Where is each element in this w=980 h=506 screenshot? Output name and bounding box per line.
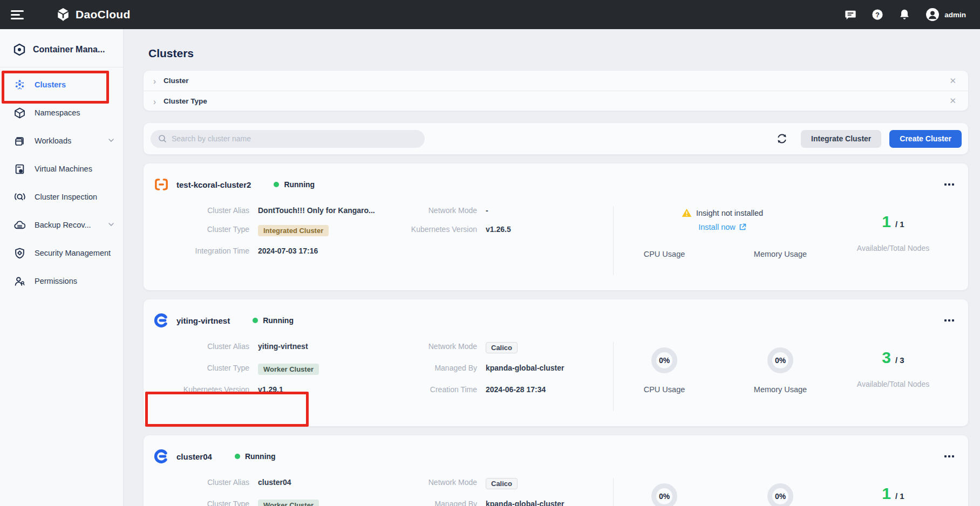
workloads-icon [14,135,25,147]
notifications-bell-icon[interactable] [899,9,910,20]
cluster-type-badge: Integrated Cluster [258,225,329,236]
more-actions-icon[interactable] [943,452,955,461]
field-label: Network Mode [396,206,477,215]
field-label: Cluster Alias [168,206,249,215]
cluster-card-header: test-kcoral-cluster2 Running [153,176,955,193]
cpu-usage-label: CPU Usage [618,250,710,258]
memory-usage-metric: 0% Memory Usage [734,347,826,411]
sidebar-item-namespaces[interactable]: Namespaces [0,99,123,127]
install-now-link[interactable]: Install now [698,223,746,231]
nodes-section: 1 / 1 Available/Total Nodes [831,206,955,275]
sidebar-item-security-management[interactable]: Security Management [0,239,123,267]
field-label: Managed By [396,364,477,375]
cluster-inspection-icon [14,192,25,203]
available-nodes-count: 1 [882,213,891,231]
messages-icon[interactable] [845,9,856,20]
managed-by-value: kpanda-global-cluster [486,500,610,506]
cluster-card-body: Cluster Alias DontTouch!!! Only for Kang… [153,206,955,275]
filter-row-cluster-type[interactable]: › Cluster Type ✕ [144,91,968,111]
memory-usage-donut: 0% [767,483,793,506]
total-nodes-count: / 1 [895,220,904,229]
topbar-actions: ? admin [845,8,980,22]
svg-text:?: ? [875,11,880,19]
close-icon[interactable]: ✕ [949,76,956,86]
nodes-label: Available/Total Nodes [857,244,929,252]
security-management-icon [14,248,25,259]
chevron-right-icon[interactable]: › [153,76,156,86]
status-label: Running [263,316,294,325]
create-cluster-button[interactable]: Create Cluster [889,130,962,148]
toolbar: Integrate Cluster Create Cluster [144,123,968,154]
sidebar-item-label: Namespaces [35,108,80,117]
brand-logo: DaoCloud [56,8,131,22]
page-title: Clusters [148,47,968,60]
sidebar-item-backup-recovery[interactable]: Backup Recov... [0,211,123,239]
memory-usage-metric: 0% Memory Usage [734,483,826,506]
search-box[interactable] [151,130,425,148]
cluster-details: Cluster Alias DontTouch!!! Only for Kang… [168,206,610,275]
status-label: Running [284,180,315,189]
cluster-name[interactable]: cluster04 [176,452,212,461]
cluster-card-header: yiting-virtnest Running [153,312,955,329]
status-dot-icon [235,454,240,459]
sidebar: Container Mana... Clusters [0,29,124,506]
integration-time-value: 2024-07-03 17:16 [258,247,387,255]
search-input[interactable] [172,134,417,143]
cluster-card-cluster04: cluster04 Running Cluster Alias cluster0… [144,435,968,506]
chevron-down-icon[interactable] [108,221,114,229]
cluster-alias-value: cluster04 [258,478,387,489]
sidebar-item-workloads[interactable]: Workloads [0,127,123,155]
field-label: Network Mode [396,342,477,353]
close-icon[interactable]: ✕ [949,96,956,106]
sidebar-item-virtual-machines[interactable]: Virtual Machines [0,155,123,183]
more-actions-icon[interactable] [943,316,955,325]
field-label: Cluster Type [168,500,249,506]
insight-warning-text: Insight not installed [696,209,763,217]
cluster-name[interactable]: test-kcoral-cluster2 [176,180,251,189]
filter-row-cluster[interactable]: › Cluster ✕ [144,71,968,91]
username-label: admin [944,11,966,19]
chevron-down-icon[interactable] [108,136,114,145]
field-label: Integration Time [168,247,249,255]
sidebar-item-clusters[interactable]: Clusters [0,71,123,99]
cluster-card-body: Cluster Alias cluster04 Network Mode Cal… [153,478,955,506]
worker-cluster-icon [153,448,169,464]
more-actions-icon[interactable] [943,180,955,189]
field-label: Cluster Type [168,364,249,375]
usage-labels: CPU Usage Memory Usage [618,250,826,258]
cluster-type-badge: Worker Cluster [258,500,319,506]
worker-cluster-icon [153,312,169,329]
sidebar-item-permissions[interactable]: Permissions [0,267,123,295]
nodes-section: 3 / 3 Available/Total Nodes [831,342,955,411]
field-label: Kubernetes Version [168,385,249,394]
network-mode-badge: Calico [486,342,518,353]
menu-toggle-icon[interactable] [11,8,25,22]
cluster-type-badge: Worker Cluster [258,364,319,375]
memory-usage-label: Memory Usage [754,385,807,394]
external-link-icon [739,223,746,231]
integrate-cluster-button[interactable]: Integrate Cluster [801,130,881,148]
sidebar-item-cluster-inspection[interactable]: Cluster Inspection [0,183,123,211]
refresh-icon[interactable] [776,133,788,145]
available-nodes-count: 1 [882,484,891,503]
help-icon[interactable]: ? [872,9,883,20]
network-mode-value: - [486,206,610,215]
namespaces-icon [14,107,25,119]
usage-metrics: 0% CPU Usage 0% Memory Usage [614,478,831,506]
field-label: Cluster Alias [168,478,249,489]
sidebar-module-header[interactable]: Container Mana... [0,29,123,67]
cluster-alias-value: DontTouch!!! Only for Kangaro... [258,206,387,215]
cpu-usage-metric: 0% CPU Usage [618,347,710,411]
sidebar-item-label: Cluster Inspection [35,193,97,201]
install-now-label: Install now [698,223,736,231]
chevron-right-icon[interactable]: › [153,95,156,106]
sidebar-item-label: Workloads [35,136,71,145]
cluster-name[interactable]: yiting-virtnest [176,316,230,325]
sidebar-menu: Clusters Namespaces [0,67,123,295]
filter-panel: › Cluster ✕ › Cluster Type ✕ [144,71,968,111]
user-menu[interactable]: admin [925,8,966,22]
field-label: Managed By [396,500,477,506]
virtual-machines-icon [14,163,25,175]
cpu-usage-label: CPU Usage [644,385,685,394]
cluster-card-test-kcoral-cluster2: test-kcoral-cluster2 Running Cluster Ali… [144,163,968,290]
